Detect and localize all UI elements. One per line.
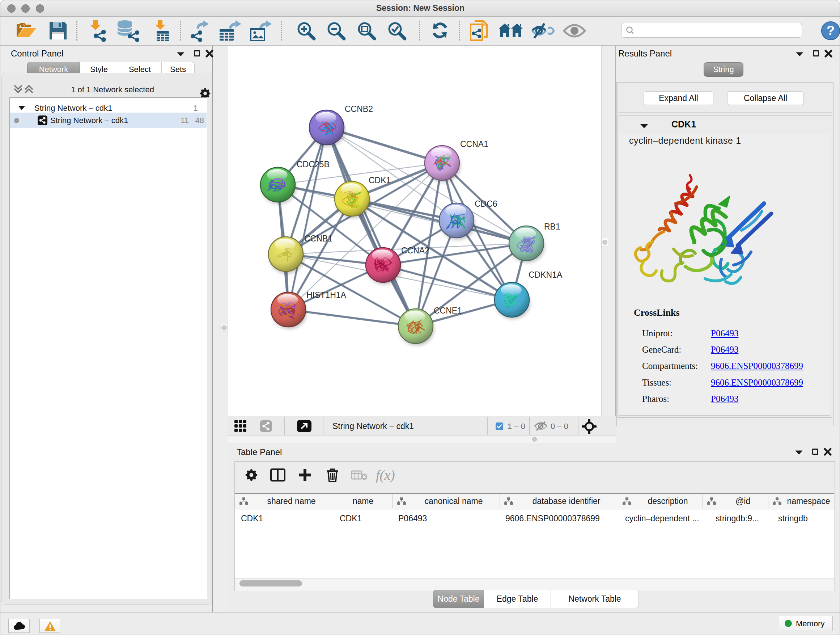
svg-text:CCNE1: CCNE1 xyxy=(434,306,462,315)
svg-text:CCNB1: CCNB1 xyxy=(304,234,332,243)
svg-text:CDC25B: CDC25B xyxy=(297,160,330,169)
svg-text:CDKN1A: CDKN1A xyxy=(529,270,562,279)
svg-text:CDK1: CDK1 xyxy=(369,176,391,185)
svg-text:CCNA1: CCNA1 xyxy=(460,139,488,149)
svg-text:CCNB2: CCNB2 xyxy=(345,104,373,114)
svg-text:?: ? xyxy=(827,23,835,38)
svg-text:CCNA2: CCNA2 xyxy=(401,246,429,255)
svg-text:RB1: RB1 xyxy=(544,222,561,231)
svg-text:CDC6: CDC6 xyxy=(475,199,497,209)
svg-text:HIST1H1A: HIST1H1A xyxy=(306,290,347,300)
